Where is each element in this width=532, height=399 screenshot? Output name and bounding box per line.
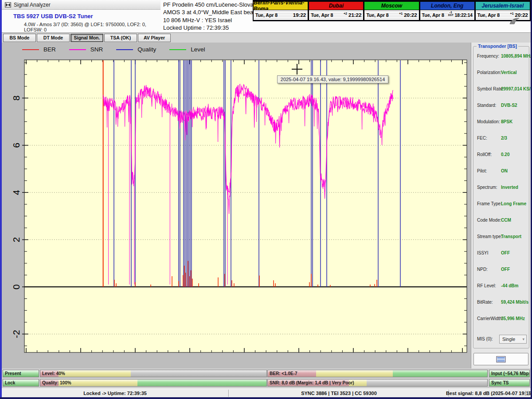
meter-label: Present [5, 370, 21, 377]
legend-label: Level [191, 46, 205, 53]
dolphin-icon [509, 16, 520, 25]
transponder-row-value: 8PSK [501, 119, 512, 124]
transponder-row: Stream type:Transport [473, 234, 529, 241]
meter-label: Sync TS [491, 379, 509, 386]
transponder-row-value: ON [501, 168, 508, 173]
clock-date: Tue, Apr 8 [311, 12, 333, 18]
meter-gloss [40, 379, 266, 386]
window-border-bottom [0, 397, 532, 399]
y-axis-label: 2 [12, 237, 22, 243]
info-line-frequency: 10 806 MHz-V : YES Israel [163, 16, 253, 24]
signal-chart-region: -202468 BERSNRQualityLevel 2025-04-07 19… [2, 43, 471, 368]
clock-utc-offset: +1 [399, 12, 403, 18]
clock-date: Tue, Apr 8 [255, 12, 278, 18]
tab-signal-mon-[interactable]: Signal Mon. [70, 34, 103, 42]
tab-tsa-ok-[interactable]: TSA (OK) [104, 34, 137, 42]
tab-dt-mode[interactable]: DT Mode [37, 34, 70, 42]
transponder-groupbox: Transponder [BS] MIS (0): Single ▾ Frequ… [473, 46, 529, 348]
transponder-row: Polarization:Vertical [473, 70, 529, 77]
transponder-row: Symbol Rate:29997,014 KS/s [473, 86, 529, 93]
transponder-row-label: Frame Type: [477, 201, 502, 206]
transponder-list-button[interactable] [473, 353, 528, 365]
transponder-row-value: 59,424 Mbit/s [501, 300, 528, 305]
transponder-row: Modulation:8PSK [473, 119, 529, 126]
transponder-row: BitRate:59,424 Mbit/s [473, 300, 529, 306]
window-border-left [0, 0, 2, 399]
meter-input: Input (~54,76 Mbps) [489, 370, 530, 377]
transponder-row: Frequency:10805,894 MHz [473, 54, 529, 60]
clock-time: 21:22 [348, 12, 361, 18]
legend-swatch [22, 49, 39, 50]
legend-item-snr: SNR [69, 46, 103, 53]
clock-time-row: Tue, Apr 819:22 [254, 10, 308, 20]
transponder-row-value: 35,996 MHz [501, 316, 525, 321]
transponder-row-value: 0.20 [501, 152, 509, 157]
clock-time: 18:22:14 [455, 13, 473, 18]
clock-dubai: DubaiTue, Apr 8+221:22 [309, 1, 364, 20]
meter-label: BER: <1.0E-7 [270, 370, 297, 377]
clock-time: 19:22 [293, 12, 306, 18]
clock-date: Tue, Apr 8 [477, 12, 500, 18]
transponder-row: NPD:OFF [473, 267, 529, 274]
status-sync-counters: SYNC 3886 | TEI 3523 | CC 59300 [229, 389, 449, 397]
transponder-row-label: Stream type: [477, 234, 502, 239]
transponder-row-value: Vertical [501, 70, 517, 75]
mis-dropdown[interactable]: Single ▾ [499, 335, 527, 344]
clock-city-label: London, Eng [420, 2, 474, 10]
clock-city-label: Dubai [309, 2, 363, 10]
legend-item-quality: Quality [116, 46, 156, 53]
status-bar: Locked -> Uptime: 72:39:35 SYNC 3886 | T… [2, 388, 531, 397]
clock-time-row: Tue, Apr 8-1DST18:22:14 [420, 10, 474, 20]
transponder-row: Pilot:ON [473, 168, 529, 175]
meter-label: Quality: 100% [42, 379, 71, 386]
transponder-row-label: RollOff: [477, 152, 492, 157]
meter-ber: BER: <1.0E-7 [267, 370, 488, 377]
signal-meters: PresentLockLevel: 40%Quality: 100%BER: <… [2, 368, 531, 388]
clock-utc-offset: -1DST [448, 11, 454, 19]
clock-time-row: Tue, Apr 8+120:22 [364, 10, 419, 20]
chart-tooltip: 2025-04-07 19.16.43, value: 9,1999998092… [277, 75, 389, 83]
meter-label: Level: 40% [42, 370, 65, 377]
signal-chart[interactable]: -202468 [2, 43, 471, 368]
world-clocks: Berlin-Paris-Vienna-RomaTue, Apr 819:22D… [253, 0, 531, 21]
clock-time-row: Tue, Apr 8+221:22 [309, 10, 363, 20]
transponder-row-label: FEC: [477, 136, 487, 141]
clock-date: Tue, Apr 8 [422, 12, 444, 18]
tab-bar: BS ModeDT ModeSignal Mon.TSA (OK)AV Play… [2, 32, 531, 43]
meter-quality: Quality: 100% [40, 379, 267, 387]
tab-bs-mode[interactable]: BS Mode [3, 34, 36, 42]
meter-snr: SNR: 8,0 dB (Margin: 1,4 dB | Very Poor) [267, 379, 488, 387]
transponder-row-label: Modulation: [477, 119, 500, 124]
meter-label: Lock [5, 379, 15, 386]
mis-label: MIS (0): [477, 336, 493, 341]
legend-swatch [69, 49, 86, 50]
legend-label: Quality [137, 46, 156, 53]
window-title: Signal Analyzer [14, 2, 51, 8]
transponder-row-label: Symbol Rate: [477, 86, 504, 91]
clock-city-label: Moscow [364, 2, 419, 10]
clock-moscow: MoscowTue, Apr 8+120:22 [364, 1, 419, 20]
tuner-name: TBS 5927 USB DVB-S2 Tuner [13, 13, 93, 20]
transponder-row: Standard:DVB-S2 [473, 103, 529, 110]
resize-grip[interactable] [524, 391, 530, 396]
transponder-row-label: NPD: [477, 267, 488, 272]
y-axis-label: 6 [12, 143, 22, 148]
clock-city-label: Jerusalem-Israel [476, 2, 530, 10]
list-icon [496, 356, 506, 363]
tab-av-player[interactable]: AV Player [138, 34, 171, 42]
transponder-row-label: Frequency: [477, 54, 499, 59]
meter-gloss [268, 370, 487, 377]
transponder-row-label: Code Mode: [477, 218, 501, 223]
y-axis-label: 4 [12, 190, 22, 195]
transponder-row: Frame Type:Long Frame [473, 201, 529, 208]
transponder-row-label: BitRate: [477, 300, 493, 305]
transponder-row-value: 29997,014 KS/s [501, 86, 532, 91]
legend-swatch [116, 49, 133, 50]
app-icon [5, 2, 11, 8]
transponder-row-label: Spectrum: [477, 185, 497, 190]
clock-berlin-paris-vienna-roma: Berlin-Paris-Vienna-RomaTue, Apr 819:22 [253, 1, 308, 20]
transponder-title: Transponder [BS] [477, 43, 518, 49]
mis-value: Single [502, 336, 515, 342]
transponder-row: FEC:2/3 [473, 136, 529, 142]
transponder-panel: Transponder [BS] MIS (0): Single ▾ Frequ… [471, 43, 531, 368]
